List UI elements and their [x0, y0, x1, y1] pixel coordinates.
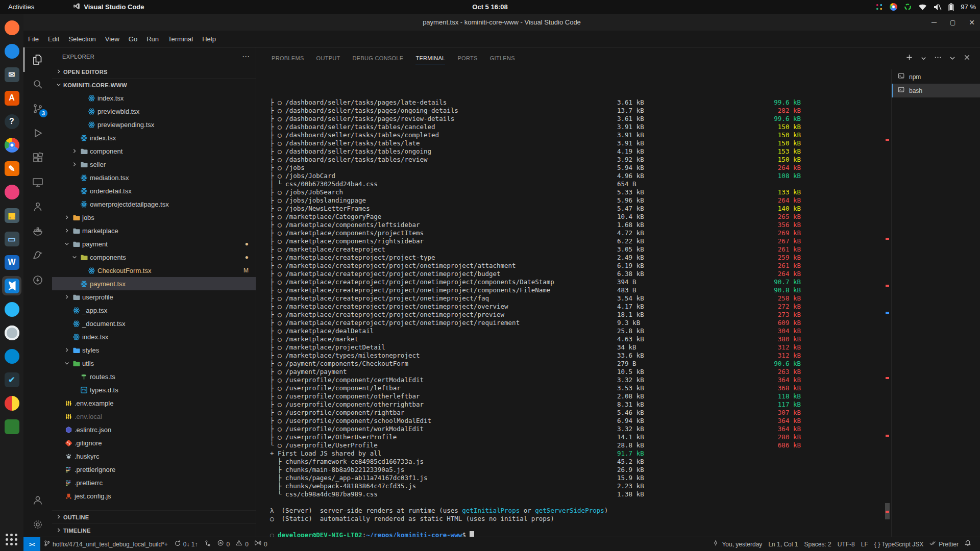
activity-run-debug-icon[interactable] [23, 121, 52, 145]
tree-item-.gitignore[interactable]: .gitignore [52, 436, 256, 449]
tree-item-routes.ts[interactable]: routes.ts [52, 370, 256, 383]
workspace-root-section[interactable]: KOMINITI-CORE-WWW [52, 78, 256, 91]
activity-manage-icon[interactable] [23, 512, 52, 537]
close-button[interactable]: ✕ [969, 18, 975, 27]
tree-item-jobs[interactable]: jobs [52, 211, 256, 224]
tree-item-orderdetail.tsx[interactable]: orderdetail.tsx [52, 184, 256, 197]
tree-item--app.tsx[interactable]: _app.tsx [52, 304, 256, 317]
status-ln-1-col-1[interactable]: Ln 1, Col 1 [765, 541, 801, 548]
menu-edit[interactable]: Edit [43, 33, 64, 45]
status-bell[interactable] [962, 540, 975, 548]
panel-tab-debug-console[interactable]: DEBUG CONSOLE [347, 52, 410, 65]
activities-button[interactable]: Activities [0, 0, 42, 14]
pink-app-icon[interactable] [2, 182, 21, 202]
activity-thunder-client-icon[interactable] [23, 243, 52, 268]
tree-item-types.d.ts[interactable]: TStypes.d.ts [52, 383, 256, 396]
tree-item-seller[interactable]: seller [52, 158, 256, 171]
minimize-button[interactable]: ─ [932, 18, 937, 27]
firefox-icon[interactable] [2, 18, 21, 37]
activity-extensions-icon[interactable] [23, 145, 52, 170]
tree-item-component[interactable]: component [52, 144, 256, 158]
status-0[interactable]: 0 [214, 540, 233, 548]
explorer-more-actions[interactable]: ⋯ [242, 52, 250, 61]
tree-item-jest.config.js[interactable]: jest.config.js [52, 489, 256, 503]
hide-panel-chevron-icon[interactable] [949, 54, 956, 63]
tree-item-utils[interactable]: utils [52, 357, 256, 370]
terminal-prompt[interactable]: ○ developer@DEV-NIG-LT02:~/repos/kominit… [270, 531, 884, 537]
check-app-icon[interactable]: ✔ [2, 370, 21, 389]
tree-item-payment.tsx[interactable]: payment.tsx [52, 277, 256, 290]
menu-selection[interactable]: Selection [64, 33, 100, 45]
tree-item-components[interactable]: components● [52, 251, 256, 264]
tree-item-userprofile[interactable]: userprofile [52, 290, 256, 304]
terminal-instance-bash[interactable]: bash [892, 84, 980, 97]
timeline-section[interactable]: TIMELINE [52, 523, 256, 537]
status-you-yesterday[interactable]: You, yesterday [709, 540, 765, 548]
status-0[interactable]: 0 [252, 540, 271, 548]
blue-app-icon[interactable] [2, 299, 21, 319]
plus-icon[interactable] [905, 54, 913, 63]
clock[interactable]: Oct 5 16:08 [472, 3, 507, 11]
tree-item-index.tsx[interactable]: index.tsx [52, 91, 256, 105]
wheel-app-icon[interactable] [2, 323, 21, 342]
outline-section[interactable]: OUTLINE [52, 510, 256, 523]
status-spaces-2[interactable]: Spaces: 2 [801, 541, 834, 548]
menu-help[interactable]: Help [198, 33, 220, 45]
more-actions-icon[interactable] [934, 54, 942, 63]
help-app-icon[interactable]: ? [2, 112, 21, 131]
menu-file[interactable]: File [23, 33, 43, 45]
panel-tab-ports[interactable]: PORTS [451, 52, 483, 65]
drop-app-icon[interactable] [2, 346, 21, 366]
tree-item-payment[interactable]: payment● [52, 237, 256, 251]
grid-app-icon[interactable]: ▦ [2, 206, 21, 225]
menu-run[interactable]: Run [142, 33, 163, 45]
panel-tab-terminal[interactable]: TERMINAL [409, 52, 451, 65]
maximize-button[interactable]: ▢ [950, 19, 955, 26]
status-typescript-jsx[interactable]: { } TypeScript JSX [871, 541, 927, 548]
tree-item-marketplace[interactable]: marketplace [52, 224, 256, 237]
tree-item-styles[interactable]: styles [52, 343, 256, 357]
status-hotfix-4714-unit-test-debug-local-build[interactable]: hotfix/4714_unit_test_debug_local_build*… [40, 540, 171, 548]
a-app-icon[interactable]: A [2, 88, 21, 108]
terminal-output[interactable]: ├ ○ /dashboard/seller/tasks/pages/late-d… [256, 69, 884, 537]
tree-item-ownerprojectdetailpage.tsx[interactable]: ownerprojectdetailpage.tsx [52, 197, 256, 211]
activity-live-share-icon[interactable] [23, 194, 52, 219]
tree-item-index.tsx[interactable]: index.tsx [52, 330, 256, 343]
green-app-icon[interactable] [2, 417, 21, 436]
activity-explorer-icon[interactable] [23, 47, 52, 72]
duo-app-icon[interactable] [2, 393, 21, 413]
terminal-scrollbar[interactable] [884, 69, 891, 537]
system-tray[interactable]: 97 % [875, 0, 976, 14]
activity-search-icon[interactable] [23, 72, 52, 96]
status-prettier[interactable]: Prettier [926, 540, 962, 548]
status-0-1[interactable]: 0↓ 1↑ [171, 540, 201, 548]
tree-item-.prettierrc[interactable]: .prettierrc [52, 476, 256, 489]
terminal-instance-npm[interactable]: npm [892, 70, 980, 84]
status-gitlens-branch[interactable] [201, 540, 214, 548]
panel-tab-output[interactable]: OUTPUT [310, 52, 347, 65]
status-0[interactable]: 0 [233, 540, 252, 548]
app-grid-icon[interactable] [6, 534, 18, 546]
panel-tab-problems[interactable]: PROBLEMS [265, 52, 310, 65]
tree-item-.env.example[interactable]: .env.example [52, 396, 256, 410]
panel-tab-gitlens[interactable]: GITLENS [484, 52, 521, 65]
status-lf[interactable]: LF [858, 541, 871, 548]
tree-item-index.tsx[interactable]: index.tsx [52, 131, 256, 144]
tree-item-.env.local[interactable]: .env.local [52, 410, 256, 423]
tree-item-.huskyrc[interactable]: .huskyrc [52, 449, 256, 463]
activity-accounts-icon[interactable] [23, 488, 52, 512]
tree-item-mediation.tsx[interactable]: mediation.tsx [52, 171, 256, 184]
title-bar[interactable]: payment.tsx - kominiti-core-www - Visual… [23, 14, 980, 31]
activity-docker-icon[interactable] [23, 219, 52, 243]
thunderbird-icon[interactable] [2, 41, 21, 61]
menu-terminal[interactable]: Terminal [163, 33, 198, 45]
mail-app-icon[interactable]: ✉ [2, 65, 21, 84]
w-app-icon[interactable]: W [2, 253, 21, 272]
activity-source-control-icon[interactable]: 3 [23, 96, 52, 121]
menu-go[interactable]: Go [124, 33, 142, 45]
editor-app-icon[interactable]: ✎ [2, 159, 21, 178]
activity-remote-explorer-icon[interactable] [23, 170, 52, 194]
status-utf-8[interactable]: UTF-8 [835, 541, 858, 548]
tree-item--document.tsx[interactable]: _document.tsx [52, 317, 256, 330]
vscode-icon[interactable] [2, 276, 21, 295]
